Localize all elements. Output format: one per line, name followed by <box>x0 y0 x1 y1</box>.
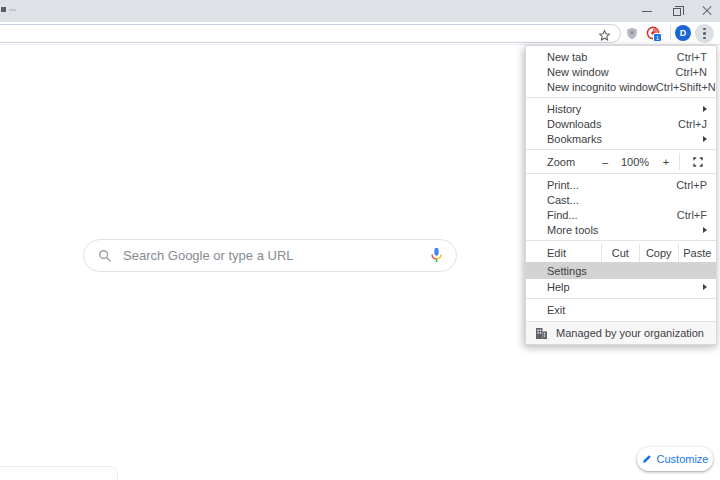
close-icon <box>702 6 712 16</box>
menu-separator <box>526 149 716 150</box>
submenu-arrow-icon <box>703 136 707 142</box>
fullscreen-icon <box>693 157 703 167</box>
menu-separator <box>526 240 716 241</box>
browser-menu-button[interactable] <box>695 24 714 43</box>
menu-item-new-incognito-window[interactable]: New incognito window Ctrl+Shift+N <box>526 79 716 94</box>
omnibox[interactable] <box>0 24 621 43</box>
submenu-arrow-icon <box>703 106 707 112</box>
pencil-icon <box>642 454 652 464</box>
menu-item-history[interactable]: History <box>526 101 716 116</box>
menu-item-new-window[interactable]: New window Ctrl+N <box>526 64 716 79</box>
customize-button[interactable]: Customize <box>637 447 713 471</box>
menu-separator <box>526 298 716 299</box>
extension-shield-icon[interactable] <box>624 25 640 41</box>
zoom-label: Zoom <box>526 153 593 170</box>
submenu-arrow-icon <box>703 284 707 290</box>
menu-item-exit[interactable]: Exit <box>526 302 716 318</box>
menu-item-settings[interactable]: Settings <box>526 262 716 279</box>
menu-item-bookmarks[interactable]: Bookmarks <box>526 131 716 146</box>
menu-edit-row: Edit Cut Copy Paste <box>526 244 716 262</box>
voice-search-mic-icon[interactable] <box>430 247 443 264</box>
menu-separator <box>526 173 716 174</box>
extension-pinwheel-icon[interactable]: 1 <box>645 25 661 41</box>
edit-cut-button[interactable]: Cut <box>601 244 640 262</box>
titlebar <box>0 0 720 22</box>
minimize-icon <box>642 11 652 12</box>
menu-item-print[interactable]: Print... Ctrl+P <box>526 177 716 192</box>
managed-label: Managed by your organization <box>556 327 704 339</box>
customize-label: Customize <box>657 453 709 465</box>
menu-item-find[interactable]: Find... Ctrl+F <box>526 207 716 222</box>
toolbar: 1 D <box>0 22 720 45</box>
zoom-level-value: 100% <box>617 153 653 170</box>
toolbar-divider <box>670 26 671 40</box>
browser-window: 1 D Customize <box>0 0 720 480</box>
zoom-out-button[interactable]: – <box>593 153 617 170</box>
managed-by-organization-row[interactable]: Managed by your organization <box>526 321 716 344</box>
zoom-in-button[interactable]: + <box>653 153 679 170</box>
menu-item-cast[interactable]: Cast... <box>526 192 716 207</box>
menu-item-more-tools[interactable]: More tools <box>526 222 716 237</box>
close-button[interactable] <box>692 0 720 22</box>
edit-label: Edit <box>526 244 601 262</box>
profile-avatar[interactable]: D <box>675 25 691 41</box>
menu-dot <box>703 28 706 31</box>
edit-paste-button[interactable]: Paste <box>678 244 717 262</box>
menu-separator <box>526 97 716 98</box>
restore-icon <box>673 8 681 16</box>
search-icon <box>98 249 112 263</box>
organization-building-icon <box>535 327 548 339</box>
restore-button[interactable] <box>662 0 691 22</box>
tab-title-remnant <box>9 9 16 11</box>
minimize-button[interactable] <box>632 0 661 22</box>
menu-dot <box>703 32 706 35</box>
extension-badge: 1 <box>653 33 662 42</box>
submenu-arrow-icon <box>703 227 707 233</box>
menu-item-downloads[interactable]: Downloads Ctrl+J <box>526 116 716 131</box>
fullscreen-button[interactable] <box>680 153 716 170</box>
shortcut-card-partial[interactable] <box>0 466 118 480</box>
edit-copy-button[interactable]: Copy <box>639 244 678 262</box>
browser-menu: New tab Ctrl+T New window Ctrl+N New inc… <box>525 45 717 345</box>
menu-dot <box>703 37 706 40</box>
google-search-box[interactable] <box>83 239 457 272</box>
search-input[interactable] <box>123 248 430 263</box>
tab-favicon-remnant <box>1 7 6 12</box>
bookmark-star-icon[interactable] <box>598 28 611 41</box>
menu-item-help[interactable]: Help <box>526 279 716 295</box>
menu-item-new-tab[interactable]: New tab Ctrl+T <box>526 49 716 64</box>
menu-zoom-row: Zoom – 100% + <box>526 153 716 170</box>
